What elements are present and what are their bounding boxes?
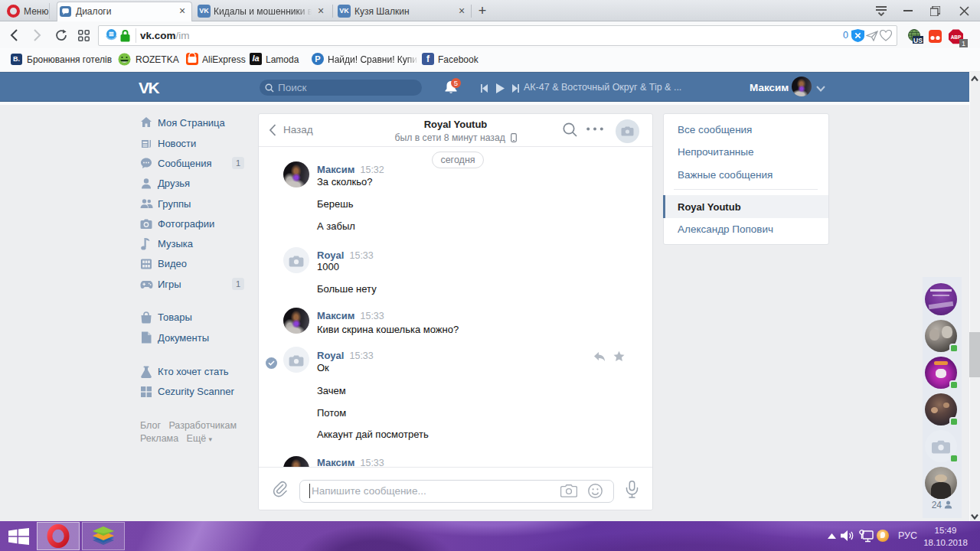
svg-text:ABP: ABP xyxy=(951,34,962,40)
svg-text:US: US xyxy=(913,37,923,44)
svg-text:1: 1 xyxy=(962,40,965,47)
